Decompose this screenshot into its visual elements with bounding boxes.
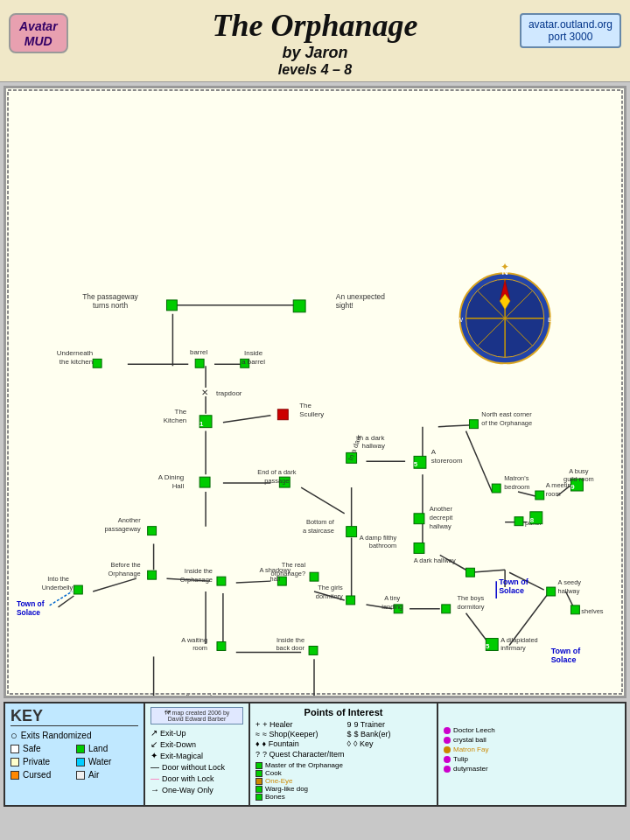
levels: levels 4 – 8: [4, 62, 626, 78]
poi-fountain: ♦ ♦ Fountain: [256, 739, 340, 748]
svg-text:Town of: Town of: [17, 599, 45, 608]
server-badge: avatar.outland.org port 3000: [520, 13, 621, 48]
svg-rect-62: [166, 300, 177, 311]
svg-rect-100: [200, 477, 210, 487]
legend-credits: 🗺 map created 2006 by David Edward Barbe…: [150, 707, 243, 724]
svg-text:W: W: [457, 316, 464, 324]
svg-rect-113: [536, 491, 544, 500]
svg-text:The girls: The girls: [318, 584, 343, 592]
svg-text:Solace: Solace: [551, 655, 577, 664]
exit-row-lock: — Door with Lock: [150, 774, 243, 783]
svg-text:Into the: Into the: [47, 575, 69, 583]
exit-row-up: ↗ Exit-Up: [150, 728, 243, 738]
exit-row-magical: ✦ Exit-Magical: [150, 751, 243, 760]
svg-text:Town of: Town of: [499, 578, 528, 586]
svg-text:Matron's: Matron's: [504, 474, 529, 482]
key-row-private: Private: [10, 757, 73, 766]
svg-text:Orphanage: Orphanage: [108, 570, 141, 578]
water-color-box: [76, 758, 85, 766]
legend-exits-section: 🗺 map created 2006 by David Edward Barbe…: [145, 704, 250, 805]
svg-text:dormitory: dormitory: [316, 592, 343, 600]
svg-text:A waiting: A waiting: [181, 636, 207, 644]
svg-rect-167: [570, 606, 579, 614]
mob-tulip: Tulip: [444, 755, 620, 763]
exit-row-down: ↙ Exit-Down: [150, 739, 243, 749]
svg-text:✕: ✕: [201, 388, 208, 397]
key-row-air: Air: [76, 770, 138, 780]
svg-text:Inside the: Inside the: [276, 636, 304, 644]
poi-one-eye: One-Eye: [256, 777, 431, 785]
svg-rect-125: [466, 568, 475, 577]
svg-text:The: The: [175, 408, 187, 416]
svg-text:hallway: hallway: [558, 587, 580, 595]
legend-key-section: KEY ○ Exits Randomized Safe Land Private…: [5, 704, 145, 805]
poi-warg: Warg-like dog: [256, 785, 431, 793]
svg-text:passage: passage: [264, 477, 289, 485]
svg-text:Underbelly!: Underbelly!: [42, 584, 75, 592]
svg-text:decrepit: decrepit: [430, 514, 452, 522]
svg-text:E: E: [548, 316, 552, 324]
svg-text:A Dining: A Dining: [158, 473, 185, 481]
svg-rect-151: [346, 596, 355, 605]
poi-master: Master of the Orphanage: [256, 761, 431, 769]
svg-text:✦: ✦: [500, 261, 509, 273]
svg-text:5: 5: [414, 460, 418, 468]
private-color-box: [10, 758, 19, 766]
svg-text:1: 1: [200, 420, 204, 428]
svg-text:storeroom: storeroom: [431, 457, 463, 465]
svg-text:A: A: [431, 448, 437, 456]
key-title: KEY: [10, 707, 138, 726]
svg-rect-106: [346, 527, 357, 537]
poi-cook: Cook: [256, 769, 431, 777]
svg-rect-133: [148, 570, 157, 579]
map-svg: N ✦ S W E The passageway turns north 3 A…: [6, 88, 624, 696]
svg-text:Underneath: Underneath: [57, 349, 93, 357]
cursed-color-box: [10, 771, 19, 780]
header: Avatar MUD The Orphanage by Jaron levels…: [0, 0, 630, 82]
svg-rect-94: [469, 420, 478, 429]
svg-text:back door: back door: [276, 644, 304, 652]
mob-leech: Doctor Leech: [444, 726, 620, 734]
svg-text:North east corner: North east corner: [481, 410, 532, 418]
legend-mobs-section: Doctor Leech crystal ball Matron Fay Tul…: [438, 704, 625, 805]
safe-color-box: [10, 745, 19, 753]
svg-text:sight!: sight!: [336, 301, 354, 310]
svg-text:orphanage?: orphanage?: [270, 570, 305, 578]
svg-text:the kitchen: the kitchen: [60, 358, 93, 366]
svg-rect-120: [514, 517, 523, 526]
poi-healer: + + Healer: [256, 720, 340, 729]
svg-text:In a dark: In a dark: [358, 434, 385, 442]
svg-text:Another: Another: [430, 505, 453, 513]
svg-text:Inside: Inside: [244, 349, 263, 357]
svg-text:of the Orphanage: of the Orphanage: [481, 419, 532, 427]
svg-text:8: 8: [530, 516, 535, 524]
poi-bones: Bones: [256, 793, 431, 801]
key-row-water: Water: [76, 757, 138, 766]
svg-rect-69: [195, 359, 204, 368]
mob-matron: Matron Fay: [444, 746, 620, 753]
svg-text:passageway: passageway: [104, 525, 141, 533]
svg-text:9: 9: [570, 483, 575, 491]
key-row-land: Land: [76, 744, 138, 753]
svg-text:turns north: turns north: [93, 301, 129, 310]
poi-shop: ≈ ≈ Shop(Keeper): [256, 730, 340, 738]
svg-text:Kitchen: Kitchen: [164, 416, 186, 424]
poi-quest: ? ? Quest Character/Item: [256, 750, 431, 759]
poi-trainer: 9 9 Trainer: [347, 720, 432, 729]
exit-row-no-lock: — Door without Lock: [150, 762, 243, 772]
svg-text:The real: The real: [282, 561, 306, 569]
key-row-exits-randomized: ○ Exits Randomized: [10, 729, 138, 742]
key-row-cursed: Cursed: [10, 770, 73, 780]
svg-text:a staircase: a staircase: [303, 527, 334, 535]
svg-text:guild room: guild room: [564, 475, 594, 483]
svg-text:a barrel: a barrel: [242, 358, 265, 366]
svg-text:landing: landing: [382, 603, 402, 611]
svg-text:fireguard: fireguard: [186, 693, 212, 696]
svg-text:infirmary: infirmary: [500, 644, 526, 652]
svg-text:room: room: [192, 644, 207, 652]
exit-row-one-way: → One-Way Only: [150, 785, 243, 794]
svg-text:A seedy: A seedy: [558, 578, 582, 586]
poi-bank: $ $ Bank(er): [347, 730, 432, 738]
avatar-mud-badge: Avatar MUD: [9, 13, 68, 53]
poi-key: ◊ ◊ Key: [347, 739, 432, 748]
